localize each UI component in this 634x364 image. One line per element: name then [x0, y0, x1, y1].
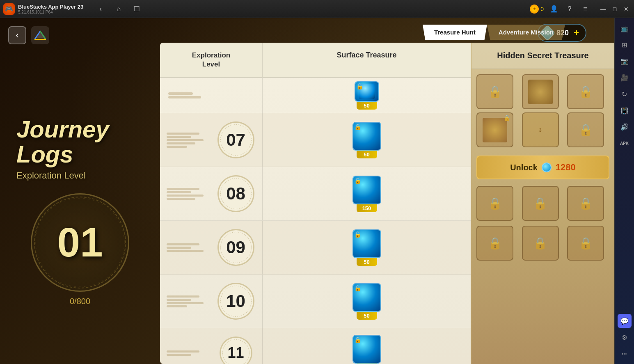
right-sidebar: 📺 ⊞ 📷 🎥 ↻ 📳 🔊 APK 💬 ⚙ •••: [614, 18, 634, 364]
table-row: 08 150: [160, 167, 471, 221]
table-header: ExplorationLevel Surface Treasure: [160, 43, 471, 78]
profile-icon[interactable]: 👤: [549, 4, 559, 14]
rotate-icon[interactable]: ↻: [618, 87, 632, 101]
treasure-cell-08: 150: [263, 172, 471, 215]
shake-icon[interactable]: 📳: [618, 103, 632, 117]
col-surface-header: Surface Treasure: [263, 43, 471, 77]
gem-count: 50: [357, 102, 377, 110]
level-number: 01: [31, 193, 129, 292]
top-tabs: Treasure Hunt Adventure Mission: [423, 25, 565, 40]
gem-image: [352, 122, 381, 151]
minimize-button[interactable]: —: [599, 5, 608, 14]
treasure-table: ExplorationLevel Surface Treasure: [160, 43, 471, 364]
coin-icon: ★: [530, 5, 539, 14]
table-body: 50: [160, 78, 471, 364]
lock-icon: 🔒: [579, 123, 593, 137]
table-row: 10 50: [160, 275, 471, 328]
left-panel: ‹ Journey Logs Exploration Level: [0, 18, 160, 364]
level-circle: 01: [31, 193, 129, 292]
level-badge-08: 08: [217, 175, 254, 212]
treasure-cell-10: 50: [263, 280, 471, 323]
secret-item: 🔒: [522, 226, 559, 261]
coin-display: ★ 0: [530, 5, 544, 14]
secret-item: 🔒: [567, 112, 604, 147]
discord-icon[interactable]: 💬: [618, 314, 632, 328]
lock-icon: 🔒: [488, 197, 502, 210]
treasure-cell: 50: [263, 78, 471, 113]
lock-icon: 🔒: [488, 85, 502, 98]
gem-item: 150: [352, 176, 381, 212]
secret-item: 🔒: [567, 74, 604, 109]
table-row: 50: [160, 78, 471, 113]
secret-item: 🔒: [476, 74, 513, 109]
lock-icon: 🔒: [533, 197, 547, 210]
level-badge-09: 09: [217, 229, 254, 266]
tab-treasure-hunt[interactable]: Treasure Hunt: [423, 25, 487, 40]
exploration-cell-07: 07: [160, 113, 263, 167]
lock-icon: 🔒: [579, 197, 593, 210]
settings-icon[interactable]: ⚙: [618, 330, 632, 344]
secret-treasure-header: Hidden Secret Treasure: [471, 43, 614, 69]
lock-icon: 🔒: [579, 236, 593, 250]
level-progress: 0/800: [70, 297, 90, 306]
gem-item: 50: [352, 122, 381, 158]
gem-item: 50: [355, 81, 379, 110]
treasure-cell-07: 50: [263, 119, 471, 162]
secret-treasure-body: 🔒 🔒 🔒 3: [471, 69, 614, 364]
table-row: 09 50: [160, 221, 471, 275]
gem-image: [352, 283, 381, 312]
secret-item: 🔒: [522, 186, 559, 221]
close-button[interactable]: ✕: [622, 5, 631, 14]
level-badge-07: 07: [217, 121, 254, 158]
exploration-cell-10: 10: [160, 275, 263, 328]
app-title: BlueStacks App Player 23: [18, 4, 83, 10]
unlock-banner[interactable]: Unlock 1280: [476, 156, 609, 179]
titlebar-nav: ‹ ⌂ ❐: [95, 3, 142, 15]
exploration-cell-11: 11: [160, 328, 263, 364]
layers-nav-button[interactable]: ❐: [131, 3, 142, 15]
back-nav-button[interactable]: ‹: [95, 3, 106, 15]
gem-count-08: 150: [357, 204, 377, 212]
journey-title: Journey Logs: [16, 117, 152, 167]
gem-item: 50: [352, 335, 381, 364]
volume-icon[interactable]: 🔊: [618, 120, 632, 134]
grid-icon[interactable]: ⊞: [618, 38, 632, 52]
table-row: 07 50: [160, 113, 471, 167]
secret-item: 🔒: [567, 226, 604, 261]
unlock-gem-icon: [542, 163, 552, 172]
gem-count-10: 50: [357, 312, 377, 320]
menu-icon[interactable]: ≡: [580, 4, 591, 14]
table-row: 11 50: [160, 328, 471, 364]
gem-image: [352, 229, 381, 258]
secret-item: [522, 74, 559, 109]
col-exploration-header: ExplorationLevel: [160, 43, 263, 77]
home-nav-button[interactable]: ⌂: [113, 3, 124, 15]
lock-icon: 🔒: [579, 85, 593, 98]
window-buttons: — □ ✕: [599, 5, 631, 14]
lock-icon: 🔒: [533, 236, 547, 250]
screenshot-icon[interactable]: 📷: [618, 54, 632, 68]
gem-item: 50: [352, 229, 381, 266]
camera-icon[interactable]: 🎥: [618, 71, 632, 85]
gem-count-09: 50: [357, 258, 377, 266]
treasure-cell-11: 50: [263, 332, 471, 364]
main-content: ExplorationLevel Surface Treasure: [160, 43, 614, 364]
drive-button[interactable]: [31, 26, 49, 44]
secret-item: 🔒: [476, 186, 513, 221]
help-icon[interactable]: ?: [564, 4, 575, 14]
tv-icon[interactable]: 📺: [618, 21, 632, 35]
exploration-cell-08: 08: [160, 167, 263, 220]
secret-item: 🔒: [476, 112, 513, 147]
exploration-label: Exploration Level: [16, 170, 152, 181]
level-badge-11: 11: [220, 337, 252, 364]
currency-add-button[interactable]: +: [574, 27, 579, 38]
tab-adventure-mission[interactable]: Adventure Mission: [487, 25, 565, 40]
exploration-cell-09: 09: [160, 221, 263, 274]
more-icon[interactable]: •••: [618, 347, 632, 361]
back-button[interactable]: ‹: [8, 26, 26, 44]
maximize-button[interactable]: □: [610, 5, 619, 14]
gem-item: 50: [352, 283, 381, 320]
treasure-cell-09: 50: [263, 226, 471, 269]
apk-icon[interactable]: APK: [618, 136, 632, 150]
unlock-label: Unlock: [510, 163, 538, 172]
